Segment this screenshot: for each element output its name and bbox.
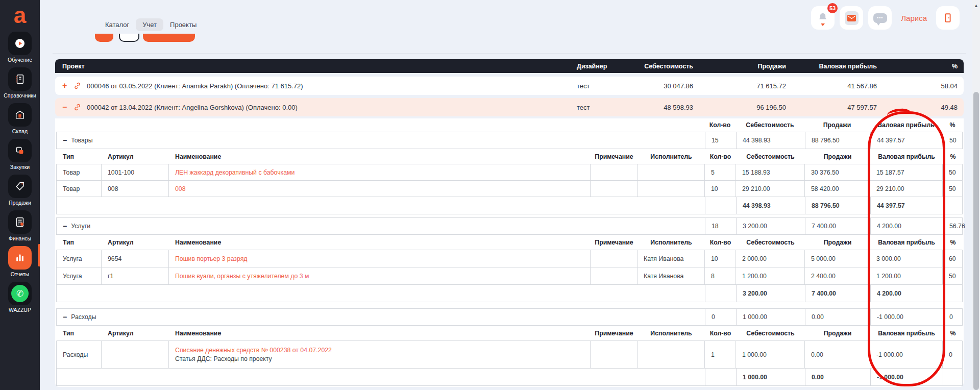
sidebar-item-otchety[interactable]: Отчеты <box>0 246 40 277</box>
item-name-link[interactable]: Пошив вуали, органзы с утяжелителем до 3… <box>175 273 309 280</box>
sales-cell: 96 196.50 <box>698 104 786 111</box>
project-detail-card: Кол-во Себестоимость Продажи Валовая при… <box>55 118 964 387</box>
mail-button[interactable] <box>840 6 863 30</box>
sidebar: a Обучение Справочники Склад Закупки <box>0 0 40 390</box>
group-profit: -1 000.00 <box>870 309 943 325</box>
designer-cell: тест <box>577 104 590 111</box>
total-sales: 88 796.50 <box>805 197 870 214</box>
project-row[interactable]: − 000042 от 13.04.2022 (Клиент: Angelina… <box>55 98 964 116</box>
partial-button-1[interactable] <box>95 34 113 42</box>
price-tag-icon <box>14 181 26 192</box>
bell-icon <box>817 12 829 24</box>
detail-row: Услуга г1 Пошив вуали, органзы с утяжели… <box>56 267 963 285</box>
percent-cell: 49.48 <box>887 104 958 111</box>
app-logo[interactable]: a <box>0 1 40 30</box>
header-divider <box>53 53 966 54</box>
envelope-icon <box>845 11 859 25</box>
user-name[interactable]: Лариса <box>901 14 927 22</box>
book-icon <box>14 74 26 85</box>
group-percent: 56.76 <box>943 218 963 234</box>
group-cost: 1 000.00 <box>736 309 805 325</box>
notifications-button[interactable]: 53 <box>811 6 835 30</box>
group-percent: 0 <box>943 309 963 325</box>
sidebar-item-prodazhi[interactable]: Продажи <box>0 175 40 206</box>
partial-button-2[interactable] <box>119 34 139 42</box>
detail-row: Товар 1001-100 ЛЕН жаккард декоративный … <box>56 164 963 181</box>
door-exit-icon <box>942 12 953 23</box>
group-label: Товары <box>71 137 92 144</box>
squares-icon <box>14 145 26 156</box>
group-row-uslugi: −Услуги 18 3 200.00 7 400.00 4 200.00 56… <box>56 217 963 235</box>
whatsapp-icon: ✆ <box>11 285 29 302</box>
profit-cell: 47 597.57 <box>790 104 877 111</box>
chat-icon: ••• <box>873 13 887 23</box>
group-sales: 0.00 <box>805 309 870 325</box>
item-name-link[interactable]: 008 <box>175 185 186 192</box>
warehouse-icon <box>14 109 26 120</box>
percent-cell: 58.04 <box>887 82 958 90</box>
sidebar-item-wazzup[interactable]: ✆ WAZZUP <box>0 282 40 313</box>
sidebar-item-sklad[interactable]: Склад <box>0 103 40 134</box>
item-name-link[interactable]: Пошив портьер 3 разряд <box>175 255 248 262</box>
group-percent: 50 <box>943 132 963 149</box>
designer-cell: тест <box>577 82 590 90</box>
section-totals: 1 000.00 0.00 -1 000.00 <box>56 369 963 386</box>
column-header-profit: Валовая прибыль <box>790 63 877 70</box>
group-collapse-toggle[interactable]: − <box>63 222 67 230</box>
cost-cell: 48 598.93 <box>617 104 693 111</box>
group-collapse-toggle[interactable]: − <box>63 136 67 144</box>
total-cost: 3 200.00 <box>736 285 805 302</box>
detail-subheader: Кол-во Себестоимость Продажи Валовая при… <box>56 118 963 132</box>
detail-row: Товар 008 008 10 29 210.00 58 420.00 29 … <box>56 181 963 197</box>
group-sales: 88 796.50 <box>805 132 870 149</box>
logout-button[interactable] <box>936 6 960 30</box>
play-icon <box>14 37 26 50</box>
group-label: Услуги <box>71 223 90 230</box>
expand-toggle[interactable]: + <box>62 81 67 90</box>
group-profit: 4 200.00 <box>870 218 943 234</box>
main-nav: Каталог Учет Проекты <box>99 18 203 31</box>
project-row[interactable]: + 000046 от 03.05.2022 (Клиент: Anamika … <box>55 77 964 95</box>
profit-cell: 41 567.86 <box>790 82 877 90</box>
group-cost: 3 200.00 <box>736 218 805 234</box>
partial-button-3[interactable] <box>143 34 195 42</box>
scroll-up-arrow-icon[interactable]: ▲ <box>974 3 978 8</box>
item-name-link[interactable]: Списание денежных средств № 000238 от 04… <box>175 347 332 354</box>
total-sales: 7 400.00 <box>805 285 870 302</box>
sidebar-item-spravochniki[interactable]: Справочники <box>0 67 40 99</box>
cost-cell: 30 047.86 <box>617 82 693 90</box>
subcol-sales: Продажи <box>804 118 870 132</box>
group-sales: 7 400.00 <box>805 218 870 234</box>
section-totals: 44 398.93 88 796.50 44 397.57 <box>56 197 963 214</box>
tab-uchet[interactable]: Учет <box>136 18 163 31</box>
detail-row: Расходы Списание денежных средств № 0002… <box>56 341 963 369</box>
column-header-project: Проект <box>62 63 85 70</box>
project-title[interactable]: 000046 от 03.05.2022 (Клиент: Anamika Pa… <box>87 82 303 90</box>
total-cost: 1 000.00 <box>736 369 805 385</box>
tab-katalog[interactable]: Каталог <box>99 18 136 31</box>
group-row-tovary: −Товары 15 44 398.93 88 796.50 44 397.57… <box>56 132 963 149</box>
item-name-link[interactable]: ЛЕН жаккард декоративный с бабочками <box>175 169 295 176</box>
group-row-rashody: −Расходы 0 1 000.00 0.00 -1 000.00 0 <box>56 308 963 326</box>
sales-cell: 71 615.72 <box>698 82 786 90</box>
chat-button[interactable]: ••• <box>868 6 892 30</box>
detail-header: Тип Артикул Наименование Примечание Испо… <box>56 235 963 250</box>
link-icon[interactable] <box>74 104 81 111</box>
collapse-toggle[interactable]: − <box>62 103 67 112</box>
link-icon[interactable] <box>74 82 81 90</box>
detail-row: Услуга 9654 Пошив портьер 3 разряд Катя … <box>56 250 963 267</box>
total-profit: 4 200.00 <box>870 285 943 302</box>
group-collapse-toggle[interactable]: − <box>63 313 67 321</box>
subcol-cost: Себестоимость <box>736 118 804 132</box>
sidebar-item-obuchenie[interactable]: Обучение <box>0 32 40 63</box>
finance-document-icon <box>14 216 26 228</box>
group-qty: 18 <box>705 218 736 234</box>
scrollbar-thumb[interactable] <box>973 92 979 390</box>
sidebar-item-zakupki[interactable]: Закупки <box>0 139 40 170</box>
tab-proekty[interactable]: Проекты <box>163 18 203 31</box>
sidebar-item-finansy[interactable]: Финансы <box>0 210 40 241</box>
project-title[interactable]: 000042 от 13.04.2022 (Клиент: Angelina G… <box>87 104 298 111</box>
column-header-designer: Дизайнер <box>577 63 607 70</box>
subcol-profit: Валовая прибыль <box>870 118 942 132</box>
active-section-indicator <box>38 244 40 266</box>
